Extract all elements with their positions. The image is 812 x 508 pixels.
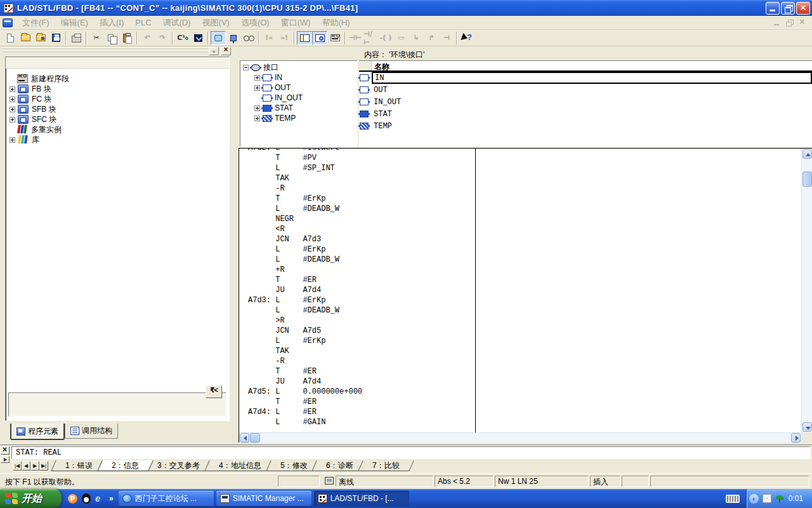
mdi-minimize-icon[interactable] [773,19,782,27]
help-pointer-button[interactable] [459,31,475,45]
declaration-row-in[interactable]: IN [359,72,812,84]
code-line[interactable]: -R [248,356,801,366]
menu-options[interactable]: 选项(O) [235,16,275,30]
minimize-button[interactable] [766,2,780,15]
menu-window[interactable]: 窗口(W) [275,16,317,30]
tree-item-library[interactable]: 库 [6,135,229,145]
input-method-keyboard-icon[interactable] [726,495,740,503]
mdi-close-icon[interactable] [798,19,807,27]
interface-tree-pane[interactable]: 接口 IN OUT IN_OUT [240,60,358,147]
menu-edit[interactable]: 编辑(E) [55,16,94,30]
expand-plus-icon[interactable] [10,86,15,92]
code-line[interactable]: JCN A7d3 [248,234,801,244]
code-line[interactable]: A7d2: L #Istwert [248,149,801,153]
panel-dropdown-button[interactable] [209,47,219,55]
new-network-button[interactable] [327,31,343,45]
code-line[interactable]: L #ErKp [248,336,801,346]
panel-close-button[interactable] [221,47,231,55]
code-line[interactable]: T #ER [248,275,801,285]
quick-launch-overflow-chevron[interactable]: » [109,494,114,503]
expand-plus-icon[interactable] [10,97,15,102]
cut-button[interactable]: ✂ [89,31,104,45]
open-button[interactable] [18,31,33,45]
new-button[interactable] [3,31,18,45]
horizontal-scrollbar[interactable] [239,432,801,443]
menu-file[interactable]: 文件(F) [16,16,55,30]
tab-info[interactable]: 2：信息 [97,460,153,471]
menu-insert[interactable]: 插入(I) [94,16,129,30]
qq-icon[interactable] [82,493,91,504]
tree-item-fb[interactable]: FB 块 [6,84,229,94]
tray-collapse-chevron[interactable]: ‹ [749,494,759,504]
code-line[interactable]: L #DEADB_W [248,204,801,214]
task-button-lad-stl-fbd[interactable]: LAD/STL/FBD - [... [314,491,409,506]
paste-button[interactable] [119,31,134,45]
code-line[interactable]: <R [248,224,801,234]
stl-code-editor[interactable]: A7d2: L #Istwert T #PV L #SP_INT TAK -R … [239,148,812,443]
panel-grip[interactable] [3,48,211,54]
interface-stat[interactable]: STAT [240,103,357,113]
tree-item-sfc[interactable]: SFC 块 [6,114,229,124]
detail-view-toggle[interactable] [312,31,327,45]
declaration-table[interactable]: 名称 IN OUT IN_OUT STAT [359,60,812,147]
download-button[interactable] [190,31,206,45]
declaration-row-out[interactable]: OUT [359,84,812,96]
overview-toggle[interactable] [297,31,312,45]
internet-explorer-icon[interactable]: e [95,494,105,504]
menu-plc[interactable]: PLC [129,17,157,29]
close-branch-button[interactable]: ↱ [424,31,439,45]
prev-tab-button[interactable]: ◀ [22,461,30,471]
plc-station-button[interactable] [226,31,241,45]
menu-help[interactable]: 帮助(H) [317,16,356,30]
vertical-scrollbar[interactable] [801,149,812,432]
code-line[interactable]: L #GAIN [248,417,801,427]
code-line[interactable]: TAK [248,346,801,356]
tab-cross-reference[interactable]: 3：交叉参考 [143,460,214,471]
interface-root[interactable]: 接口 [240,62,357,72]
code-line[interactable]: T #ER [248,366,801,377]
coil-button[interactable]: -( ) [378,31,393,45]
symbolic-display-toggle[interactable] [211,31,226,45]
expand-plus-icon[interactable] [10,117,15,123]
next-tab-button[interactable]: ▶ [30,461,39,471]
empty-box-button[interactable]: ▭ [393,31,409,45]
interface-temp[interactable]: TEMP [240,113,357,123]
branch-button[interactable]: ⊣ [439,31,454,45]
open-branch-button[interactable]: ↳ [409,31,424,45]
prev-error-button[interactable]: !« [261,31,277,45]
scroll-left-button[interactable] [240,433,249,443]
insert-element-button[interactable] [206,385,222,398]
code-line[interactable]: L #SP_INT [248,163,801,173]
redo-button[interactable]: ↷ [155,31,170,45]
code-line[interactable]: TAK [248,173,801,184]
call-environment-button[interactable]: C¹₀ [175,31,190,45]
horizontal-scroll-thumb[interactable] [250,433,260,443]
contact-nc-button[interactable]: ⊣/⊢ [363,31,378,45]
expand-plus-icon[interactable] [10,107,15,112]
undo-button[interactable]: ↶ [140,31,155,45]
next-error-button[interactable]: »! [277,31,292,45]
copy-button[interactable] [104,31,119,45]
menu-view[interactable]: 视图(V) [197,16,235,30]
vertical-scroll-thumb[interactable] [802,171,812,187]
tab-program-elements[interactable]: 程序元素 [10,424,65,440]
contact-no-button[interactable]: ⊣⊢ [348,31,363,45]
interface-out[interactable]: OUT [240,83,357,93]
close-button[interactable] [796,2,810,15]
tree-item-sfb[interactable]: SFB 块 [6,104,229,114]
mdi-system-icon[interactable] [3,18,13,27]
tree-item-fc[interactable]: FC 块 [6,94,229,104]
code-line[interactable]: +R [248,265,801,275]
scroll-right-button[interactable] [791,433,801,443]
scroll-up-button[interactable] [802,149,812,159]
task-button-simatic-manager[interactable]: SIMATIC Manager ... [216,491,311,506]
code-line[interactable]: A7d4: L #ER [248,407,801,417]
collapse-minus-icon[interactable] [243,65,249,70]
open-block-button[interactable] [33,31,48,45]
code-line[interactable]: NEGR [248,214,801,224]
message-expand-button[interactable] [1,456,10,463]
task-button-forum[interactable]: 西门子工控论坛 ... [119,491,214,506]
declaration-row-stat[interactable]: STAT [359,108,812,120]
expand-plus-icon[interactable] [10,137,15,143]
tab-call-structure[interactable]: 调用结构 [65,424,118,439]
